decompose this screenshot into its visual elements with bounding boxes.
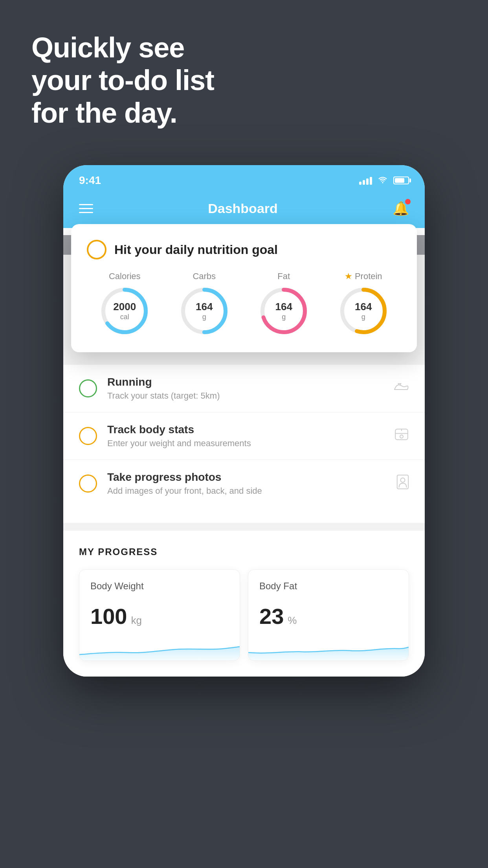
body-fat-unit: % [288, 614, 297, 627]
star-icon: ★ [345, 271, 352, 281]
todo-subtitle-bodystats: Enter your weight and measurements [107, 438, 384, 449]
todo-text-running: Running Track your stats (target: 5km) [107, 376, 383, 401]
nutrition-carbs: Carbs 164 g [179, 271, 230, 337]
scale-icon [394, 428, 409, 445]
nutrition-row: Calories 2000 cal [87, 271, 401, 337]
todo-item-running[interactable]: Running Track your stats (target: 5km) [63, 365, 425, 412]
notification-bell[interactable]: 🔔 [393, 200, 409, 216]
body-fat-value-row: 23 % [259, 603, 398, 629]
hamburger-menu[interactable] [79, 204, 93, 213]
body-fat-sparkline [248, 637, 409, 660]
svg-point-13 [400, 478, 405, 482]
todo-text-bodystats: Track body stats Enter your weight and m… [107, 423, 384, 449]
fat-label: Fat [277, 271, 290, 281]
todo-list: Running Track your stats (target: 5km) T… [63, 365, 425, 507]
todo-item-photos[interactable]: Take progress photos Add images of your … [63, 460, 425, 507]
battery-icon [393, 177, 409, 184]
todo-text-photos: Take progress photos Add images of your … [107, 471, 386, 496]
body-fat-value: 23 [259, 603, 284, 629]
calories-label: Calories [109, 271, 141, 281]
svg-point-11 [400, 435, 403, 438]
calories-ring: 2000 cal [99, 285, 150, 337]
todo-title-bodystats: Track body stats [107, 423, 384, 436]
hero-heading: Quickly see your to-do list for the day. [31, 31, 214, 129]
todo-title-photos: Take progress photos [107, 471, 386, 484]
todo-circle-photos [79, 474, 97, 493]
content-area: THINGS TO DO TODAY Hit your daily nutrit… [63, 228, 425, 255]
phone-mockup: 9:41 [63, 165, 425, 677]
body-fat-card: Body Fat 23 % [248, 569, 409, 661]
notification-dot [405, 199, 411, 204]
nav-title: Dashboard [208, 201, 278, 216]
body-weight-sparkline [79, 637, 240, 660]
shoe-icon [393, 380, 409, 397]
fat-ring: 164 g [258, 285, 309, 337]
protein-ring: 164 g [338, 285, 389, 337]
status-bar: 9:41 [63, 165, 425, 193]
todo-circle-running [79, 379, 97, 397]
body-weight-value: 100 [90, 603, 127, 629]
body-weight-title: Body Weight [90, 581, 229, 592]
carbs-ring: 164 g [179, 285, 230, 337]
nutrition-fat: Fat 164 g [258, 271, 309, 337]
progress-cards: Body Weight 100 kg [79, 569, 409, 661]
status-time: 9:41 [79, 174, 101, 187]
todo-subtitle-photos: Add images of your front, back, and side [107, 486, 386, 496]
todo-circle-bodystats [79, 427, 97, 445]
body-weight-unit: kg [131, 614, 141, 627]
nav-bar: Dashboard 🔔 [63, 193, 425, 228]
nutrition-card: Hit your daily nutrition goal Calories 2 [71, 224, 417, 352]
progress-title: MY PROGRESS [79, 546, 409, 557]
person-icon [396, 474, 409, 493]
signal-icon [359, 176, 372, 185]
nutrition-calories: Calories 2000 cal [99, 271, 150, 337]
todo-circle-nutrition [87, 240, 106, 259]
body-fat-title: Body Fat [259, 581, 398, 592]
protein-label: Protein [355, 271, 382, 281]
todo-title-running: Running [107, 376, 383, 388]
body-weight-value-row: 100 kg [90, 603, 229, 629]
nutrition-protein: ★ Protein 164 g [338, 271, 389, 337]
todo-subtitle-running: Track your stats (target: 5km) [107, 391, 383, 401]
carbs-label: Carbs [193, 271, 216, 281]
body-weight-card: Body Weight 100 kg [79, 569, 240, 661]
wifi-icon [378, 175, 388, 186]
nutrition-card-title: Hit your daily nutrition goal [114, 243, 278, 257]
status-icons [359, 175, 409, 186]
todo-item-bodystats[interactable]: Track body stats Enter your weight and m… [63, 412, 425, 460]
progress-section: MY PROGRESS Body Weight 100 kg [63, 531, 425, 677]
